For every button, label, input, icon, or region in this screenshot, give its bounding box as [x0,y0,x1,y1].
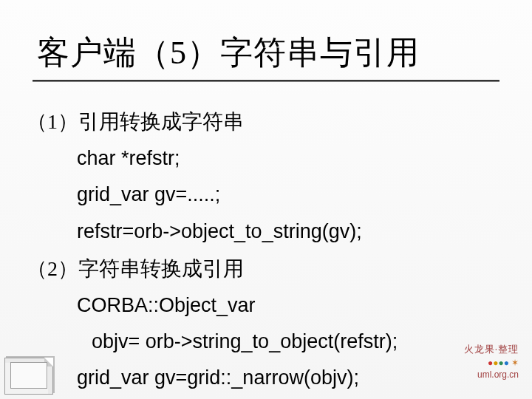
slide: 客户端（5）字符串与引用 （1）引用转换成字符串 char *refstr; g… [0,0,532,399]
title-underline [33,80,499,81]
watermark-icons: ●●●● ✶ [464,358,519,369]
slide-title: 客户端（5）字符串与引用 [37,31,510,75]
slide-body: （1）引用转换成字符串 char *refstr; grid_var gv=..… [27,103,517,398]
code-line: refstr=orb->object_to_string(gv); [27,214,517,249]
corner-fold-decoration [4,355,56,395]
code-line: grid_var gv=.....; [27,177,517,212]
code-line: objv= orb->string_to_object(refstr); [27,324,517,359]
watermark-url: uml.org.cn [464,369,519,380]
section-1-heading: （1）引用转换成字符串 [27,103,517,140]
code-line: CORBA::Object_var [27,288,517,323]
section-2-heading: （2）字符串转换成引用 [27,250,517,287]
code-line: char *refstr; [27,141,517,176]
code-line: grid_var gv=grid::_narrow(objv); [27,361,517,395]
watermark: 火龙果·整理 ●●●● ✶ uml.org.cn [464,343,519,380]
watermark-text: 火龙果·整理 [464,343,519,356]
